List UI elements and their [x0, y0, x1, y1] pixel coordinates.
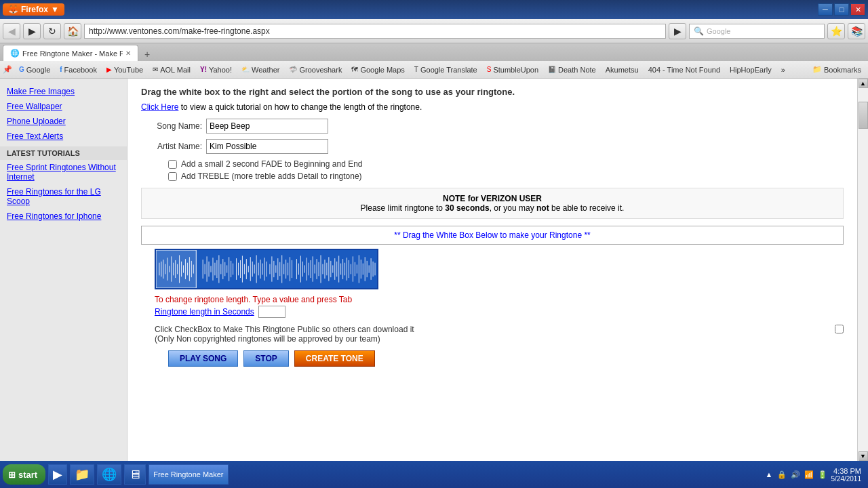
- main-instruction: Drag the white box to the right and sele…: [141, 87, 844, 97]
- taskbar-media-player[interactable]: ▶: [48, 464, 67, 485]
- song-name-row: Song Name:: [141, 119, 844, 134]
- windows-logo-icon: ⊞: [8, 470, 16, 480]
- bookmark-more[interactable]: »: [777, 64, 789, 75]
- aol-icon: ✉: [153, 66, 158, 73]
- sidebar-item-sprint-ringtones[interactable]: Free Sprint Ringtones Without Internet: [0, 160, 127, 184]
- stop-button[interactable]: STOP: [243, 350, 288, 367]
- sidebar-item-phone-uploader[interactable]: Phone Uploader: [0, 114, 127, 129]
- tray-volume-icon: 🔊: [791, 470, 800, 479]
- taskbar-active-window[interactable]: Free Ringtone Maker: [149, 464, 228, 485]
- go-button[interactable]: ▶: [669, 23, 686, 39]
- treble-checkbox[interactable]: [168, 172, 177, 181]
- bookmark-akumetsu[interactable]: Akumetsu: [601, 64, 643, 75]
- waveform-svg: [156, 250, 377, 288]
- home-button[interactable]: 🏠: [64, 23, 81, 39]
- google-icon: G: [19, 66, 24, 73]
- bookmark-google[interactable]: GGoogle: [15, 64, 54, 75]
- bookmark-google-maps[interactable]: 🗺Google Maps: [347, 64, 408, 75]
- fade-checkbox[interactable]: [168, 160, 177, 169]
- close-button[interactable]: ✕: [850, 3, 865, 16]
- public-checkbox[interactable]: [835, 325, 844, 333]
- action-buttons: PLAY SONG STOP CREATE TONE: [141, 350, 844, 367]
- tray-arrow-icon[interactable]: ▲: [766, 470, 773, 479]
- artist-name-input[interactable]: [206, 139, 328, 154]
- new-tab-button[interactable]: +: [140, 47, 155, 61]
- title-bar: 🦊 Firefox ▼ ─ □ ✕: [0, 0, 868, 19]
- sidebar-item-free-text-alerts[interactable]: Free Text Alerts: [0, 129, 127, 144]
- ringtone-length-input[interactable]: [258, 306, 285, 318]
- tab-bar: 🌐 Free Ringtone Maker - Make Free Ringt.…: [0, 43, 868, 61]
- ringtone-label-row: Ringtone length in Seconds: [155, 306, 844, 318]
- tab-close-button[interactable]: ✕: [125, 49, 131, 57]
- verizon-note-text: Please limit ringtone to 30 seconds, or …: [147, 203, 837, 213]
- verizon-note-header: NOTE for VERIZON USER: [147, 194, 837, 203]
- fade-checkbox-row: Add a small 2 second FADE to Beginning a…: [141, 159, 844, 169]
- back-button[interactable]: ◀: [3, 23, 20, 39]
- play-song-button[interactable]: PLAY SONG: [168, 350, 238, 367]
- weather-icon: ⛅: [241, 66, 250, 73]
- maps-icon: 🗺: [351, 66, 358, 73]
- bookmarks-star-button[interactable]: ⭐: [827, 23, 845, 39]
- treble-label: Add TREBLE (more treble adds Detail to r…: [181, 171, 362, 181]
- taskbar-window-label: Free Ringtone Maker: [153, 470, 223, 479]
- bookmarks-bar: 📌 GGoogle fFacebook ▶YouTube ✉AOL Mail Y…: [0, 61, 868, 79]
- tray-signal-icon: 📶: [804, 470, 814, 479]
- active-tab[interactable]: 🌐 Free Ringtone Maker - Make Free Ringt.…: [3, 45, 138, 61]
- bookmark-google-translate[interactable]: TGoogle Translate: [410, 64, 481, 75]
- bookmarks-folder[interactable]: 📁Bookmarks: [808, 64, 865, 75]
- artist-name-label: Artist Name:: [141, 142, 202, 151]
- tutorial-link[interactable]: Click Here: [141, 102, 178, 112]
- taskbar-monitor[interactable]: 🖥: [124, 464, 146, 485]
- fade-label: Add a small 2 second FADE to Beginning a…: [181, 159, 363, 169]
- grooveshark-icon: 🦈: [289, 66, 297, 73]
- minimize-button[interactable]: ─: [818, 3, 833, 16]
- sidebar-item-iphone[interactable]: Free Ringtones for Iphone: [0, 209, 127, 224]
- taskbar-firefox[interactable]: 🌐: [97, 464, 121, 485]
- taskbar-files[interactable]: 📁: [70, 464, 94, 485]
- song-name-input[interactable]: [206, 119, 328, 134]
- public-text-2: (Only Non copyrighted ringtones will be …: [155, 334, 380, 344]
- address-bar[interactable]: http://www.ventones.com/make-free-ringto…: [84, 24, 666, 39]
- bookmark-404[interactable]: 404 - Time Not Found: [644, 64, 724, 75]
- tray-network-icon: 🔒: [777, 470, 787, 479]
- firefox-logo-icon: 🦊: [8, 5, 18, 14]
- create-tone-button[interactable]: CREATE TONE: [294, 350, 375, 367]
- bookmark-youtube[interactable]: ▶YouTube: [102, 64, 147, 75]
- deathnote-icon: 📓: [548, 66, 556, 73]
- bookmark-grooveshark[interactable]: 🦈Grooveshark: [285, 64, 346, 75]
- bookmarks-manager-button[interactable]: 📚: [848, 23, 865, 39]
- sidebar-item-free-wallpaper[interactable]: Free Wallpaper: [0, 99, 127, 114]
- sidebar: Make Free Images Free Wallpaper Phone Up…: [0, 79, 127, 461]
- search-placeholder: Google: [707, 27, 730, 35]
- svg-rect-1: [156, 250, 196, 288]
- forward-button[interactable]: ▶: [23, 23, 41, 39]
- search-bar[interactable]: 🔍 Google: [689, 24, 825, 39]
- browser-content: Make Free Images Free Wallpaper Phone Up…: [0, 79, 868, 461]
- scroll-down-button[interactable]: ▼: [859, 451, 868, 461]
- sidebar-item-make-free-images[interactable]: Make Free Images: [0, 84, 127, 99]
- bookmark-yahoo[interactable]: Y!Yahoo!: [196, 64, 236, 75]
- bookmark-aol-mail[interactable]: ✉AOL Mail: [149, 64, 195, 75]
- bookmark-death-note[interactable]: 📓Death Note: [544, 64, 600, 75]
- system-tray: ▲ 🔒 🔊 📶 🔋 4:38 PM 5/24/2011: [762, 467, 865, 483]
- bookmark-weather[interactable]: ⛅Weather: [237, 64, 283, 75]
- scroll-thumb[interactable]: [859, 102, 868, 129]
- maximize-button[interactable]: □: [834, 3, 849, 16]
- bookmark-facebook[interactable]: fFacebook: [56, 64, 101, 75]
- yahoo-icon: Y!: [200, 66, 207, 73]
- sidebar-item-lg-scoop[interactable]: Free Ringtones for the LG Scoop: [0, 184, 127, 209]
- refresh-button[interactable]: ↻: [43, 23, 61, 39]
- bookmark-stumbleupon[interactable]: SStumbleUpon: [483, 64, 542, 75]
- search-engine-icon: 🔍: [694, 26, 704, 36]
- scrollbar[interactable]: ▲ ▼: [857, 79, 868, 461]
- start-button[interactable]: ⊞ start: [3, 464, 45, 485]
- tab-favicon-icon: 🌐: [10, 49, 20, 58]
- artist-name-row: Artist Name:: [141, 139, 844, 154]
- drag-instruction-box: ** Drag the White Box Below to make your…: [141, 226, 844, 245]
- tutorial-link-row: Click Here to view a quick tutorial on h…: [141, 102, 844, 112]
- song-name-label: Song Name:: [141, 121, 202, 131]
- scroll-up-button[interactable]: ▲: [859, 79, 868, 88]
- firefox-menu-button[interactable]: 🦊 Firefox ▼: [3, 3, 64, 16]
- bookmark-hiphop[interactable]: HipHopEarly: [726, 64, 776, 75]
- navigation-bar: ◀ ▶ ↻ 🏠 http://www.ventones.com/make-fre…: [0, 19, 868, 43]
